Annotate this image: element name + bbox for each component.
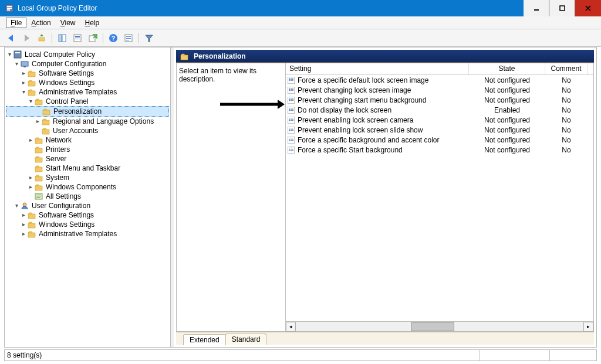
svg-rect-38 [289,79,291,80]
menu-bar: File Action View Help [0,16,601,29]
maximize-button[interactable] [549,0,575,16]
svg-rect-91 [291,150,293,151]
svg-rect-72 [289,128,291,128]
setting-state: Not configured [469,96,545,104]
tab-extended[interactable]: Extended [183,334,226,345]
list-item[interactable]: Force a specific background and accent c… [286,135,593,145]
tree-user-configuration[interactable]: ▾User Configuration [6,201,169,210]
svg-rect-47 [291,88,293,89]
tree-windows-components[interactable]: ▸Windows Components [6,182,169,192]
forward-button[interactable] [20,32,33,45]
setting-state: Not configured [469,146,545,154]
tree-network[interactable]: ▸Network [6,135,169,145]
menu-view[interactable]: View [56,18,80,28]
policy-icon [287,136,295,144]
col-comment[interactable]: Comment [545,63,588,74]
tree-windows-settings[interactable]: ▸Windows Settings [6,78,169,87]
tree-computer-configuration[interactable]: ▾Computer Configuration [6,59,169,69]
setting-comment: No [545,136,588,144]
tree-user-accounts[interactable]: ·User Accounts [6,126,169,135]
svg-rect-59 [289,109,291,110]
tree-regional[interactable]: ▸Regional and Language Options [6,117,169,126]
toolbar: ? [0,29,601,47]
scroll-left-button[interactable]: ◂ [286,322,296,332]
svg-rect-33 [36,196,41,196]
menu-file[interactable]: File [6,18,26,28]
tree-admin-templates[interactable]: ▾Administrative Templates [6,87,169,97]
list-item[interactable]: Prevent enabling lock screen slide showN… [286,125,593,135]
svg-rect-55 [291,99,293,100]
tree-system[interactable]: ▸System [6,173,169,182]
minimize-button[interactable] [524,0,549,16]
svg-marker-26 [146,35,153,42]
horizontal-scrollbar[interactable]: ◂ ▸ [286,321,593,331]
tree-u-admin-templates[interactable]: ▸Administrative Templates [6,229,169,239]
svg-rect-40 [291,78,293,79]
tree-root[interactable]: ▾Local Computer Policy [6,50,169,59]
setting-name: Prevent enabling lock screen slide show [298,126,423,134]
svg-rect-68 [291,118,293,118]
policy-icon [287,76,295,84]
properties-button[interactable] [71,32,84,45]
svg-rect-46 [289,90,291,91]
svg-rect-15 [75,38,80,38]
list-item[interactable]: Prevent enabling lock screen cameraNot c… [286,115,593,125]
list-item[interactable]: Prevent changing lock screen imageNot co… [286,85,593,95]
svg-rect-75 [291,128,293,128]
export-button[interactable] [86,32,99,45]
app-icon [5,4,14,13]
svg-rect-54 [291,98,293,98]
close-button[interactable] [575,0,601,16]
svg-point-35 [23,203,26,206]
col-state[interactable]: State [469,63,545,74]
tree-printers[interactable]: ·Printers [6,145,169,154]
filter-button[interactable] [143,32,156,45]
help-button[interactable]: ? [107,32,120,45]
tree-all-settings[interactable]: ·All Settings [6,192,169,201]
policy-icon [287,126,295,134]
svg-rect-60 [289,110,291,111]
show-hide-tree-button[interactable] [56,32,69,45]
tree-personalization[interactable]: ·Personalization [6,106,169,117]
svg-rect-84 [291,140,293,141]
setting-state: Not configured [469,136,545,144]
svg-rect-81 [289,140,291,141]
svg-rect-83 [291,139,293,140]
setting-name: Force a specific Start background [298,146,403,154]
svg-rect-80 [289,139,291,140]
setting-comment: No [545,106,588,114]
setting-name: Prevent enabling lock screen camera [298,116,413,124]
up-button[interactable] [35,32,48,45]
svg-rect-1 [7,6,12,7]
svg-rect-76 [291,129,293,130]
tree-server[interactable]: ·Server [6,154,169,164]
tree-software-settings[interactable]: ▸Software Settings [6,69,169,78]
tree-u-software-settings[interactable]: ▸Software Settings [6,210,169,220]
list-item[interactable]: Force a specific Start backgroundNot con… [286,145,593,155]
svg-rect-56 [291,100,293,101]
scroll-thumb[interactable] [411,322,454,331]
list-item[interactable]: Force a specific default lock screen ima… [286,75,593,85]
refresh-button[interactable] [122,32,135,45]
svg-rect-37 [289,78,291,79]
tree-start-menu[interactable]: ·Start Menu and Taskbar [6,164,169,173]
setting-comment: No [545,116,588,124]
tab-standard[interactable]: Standard [225,334,267,345]
tree-control-panel[interactable]: ▾Control Panel [6,97,169,106]
menu-help[interactable]: Help [80,18,104,28]
svg-rect-30 [23,66,26,67]
col-setting[interactable]: Setting [286,63,469,74]
svg-rect-32 [36,195,41,195]
menu-action[interactable]: Action [26,18,55,28]
svg-rect-69 [291,119,293,120]
svg-rect-29 [21,62,28,66]
back-button[interactable] [5,32,18,45]
svg-rect-45 [289,89,291,90]
tree-panel[interactable]: ▾Local Computer Policy ▾Computer Configu… [5,47,171,347]
list-item[interactable]: Prevent changing start menu backgroundNo… [286,95,593,105]
scroll-right-button[interactable]: ▸ [583,322,593,332]
list-item[interactable]: Do not display the lock screenEnabledNo [286,105,593,115]
svg-rect-52 [289,99,291,100]
column-headers[interactable]: Setting State Comment [286,63,593,75]
tree-u-windows-settings[interactable]: ▸Windows Settings [6,220,169,229]
